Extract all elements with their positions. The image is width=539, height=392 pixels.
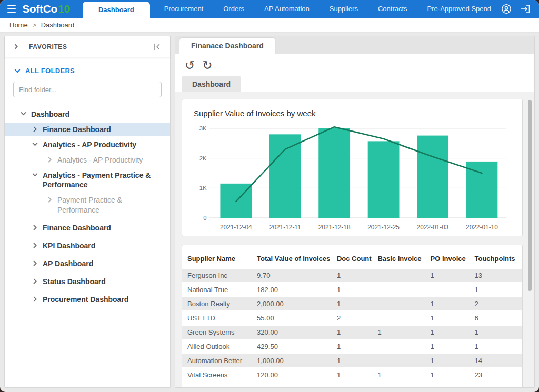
- tree-item-label: Analytics - Payment Practice & Performan…: [43, 170, 166, 190]
- cell: 429.50: [257, 339, 337, 354]
- table-header-row: Supplier NameTotal Value of InvoicesDoc …: [182, 248, 522, 269]
- chevron-right-icon[interactable]: [32, 125, 38, 132]
- tab-dashboard[interactable]: Dashboard: [182, 76, 241, 92]
- nav-tab-procurement[interactable]: Procurement: [154, 0, 213, 18]
- chevron-right-icon[interactable]: [32, 277, 38, 284]
- cell: [431, 283, 475, 297]
- cell: 182.00: [257, 283, 337, 297]
- cell: 1: [431, 297, 475, 311]
- chevron-right-icon[interactable]: [32, 223, 38, 230]
- bar-2021-12-18: [318, 128, 350, 218]
- table-row-boston-realty: Boston Realty2,000.00112: [182, 297, 522, 311]
- cell: 1: [431, 325, 475, 339]
- cell: 1: [431, 269, 475, 283]
- chevron-right-icon[interactable]: [32, 295, 38, 302]
- sub-tabrow: Dashboard: [175, 76, 534, 92]
- bar-2021-12-11: [270, 134, 301, 218]
- cell: 1: [337, 354, 378, 368]
- nav-tab-dashboard[interactable]: Dashboard: [83, 2, 150, 18]
- vertical-scrollbar[interactable]: [528, 100, 532, 291]
- window-tab-finance-dashboard[interactable]: Finanace Dashboard: [179, 38, 275, 54]
- cell: 1: [337, 368, 378, 382]
- nav-tab-suppliers[interactable]: Suppliers: [320, 0, 368, 18]
- collapse-panel-icon[interactable]: [152, 42, 162, 52]
- tree-item-dashboard[interactable]: Dashboard: [5, 108, 170, 121]
- nav-tab-orders[interactable]: Orders: [213, 0, 254, 18]
- breadcrumb-home[interactable]: Home: [9, 21, 28, 29]
- find-folder-input[interactable]: [13, 82, 162, 97]
- chart-title: Supplier Value of Invoices by week: [194, 109, 514, 118]
- table-row-national-true: National True182.0011: [182, 283, 522, 297]
- tree-item-label: Dashboard: [31, 109, 69, 119]
- account-icon[interactable]: [501, 4, 512, 14]
- cell: Allied Outlook: [182, 339, 257, 354]
- nav-tab-ap-automation[interactable]: AP Automation: [254, 0, 320, 18]
- cell: Green Systems: [182, 325, 257, 339]
- favorites-header[interactable]: FAVORITES: [5, 36, 170, 57]
- cell: 6: [475, 311, 522, 325]
- cell: [377, 283, 430, 297]
- all-folders-label: ALL FOLDERS: [25, 67, 75, 75]
- cell: 2: [337, 311, 378, 325]
- logout-icon[interactable]: [520, 4, 531, 14]
- cell: [377, 339, 430, 354]
- tree-item-payment-practice-performance[interactable]: Payment Practice & Performance: [5, 194, 170, 217]
- x-tick-label: 2022-01-03: [417, 224, 449, 231]
- table-body: Ferguson Inc9.701113National True182.001…: [182, 269, 522, 383]
- tree-item-analytics-ap-productivity[interactable]: Analytics - AP Productivity: [5, 138, 170, 152]
- cell: 1: [377, 325, 430, 339]
- tree-item-finance-dashboard[interactable]: Finance Dashboard: [5, 123, 170, 136]
- dashboard-toolbar: ↺ ↻: [175, 54, 534, 76]
- bar-2021-12-25: [368, 141, 400, 218]
- app-logo[interactable]: SoftCo10: [22, 3, 70, 15]
- folder-tree: DashboardFinance DashboardAnalytics - AP…: [5, 108, 170, 306]
- chevron-right-icon[interactable]: [47, 195, 53, 203]
- column-header-doc-count: Doc Count: [337, 248, 378, 269]
- table-row-automation-better: Automation Better1,000.001114: [182, 354, 522, 368]
- cell: 1: [337, 283, 378, 297]
- chevron-down-icon[interactable]: [32, 170, 38, 178]
- cell: [377, 297, 430, 311]
- x-tick-label: 2021-12-11: [270, 224, 301, 231]
- folders-section: ALL FOLDERS DashboardFinance DashboardAn…: [5, 57, 170, 387]
- cell: National True: [182, 283, 257, 297]
- cell: 9.70: [257, 269, 337, 283]
- chevron-down-icon: [14, 68, 21, 74]
- tree-item-status-dashboard[interactable]: Status Dashboard: [5, 275, 170, 288]
- cell: 55.00: [257, 311, 337, 325]
- invoice-chart-card: Supplier Value of Invoices by week 01K2K…: [182, 99, 523, 236]
- hamburger-menu-icon[interactable]: [7, 5, 16, 13]
- chevron-down-icon[interactable]: [32, 140, 38, 147]
- redo-icon[interactable]: ↻: [202, 59, 212, 71]
- table-row-ferguson-inc: Ferguson Inc9.701113: [182, 269, 522, 283]
- tree-item-finance-dashboard[interactable]: Finance Dashboard: [5, 222, 170, 235]
- nav-tab-pre-approved-spend[interactable]: Pre-Approved Spend: [417, 0, 501, 18]
- chevron-right-icon[interactable]: [47, 155, 53, 163]
- chevron-right-icon[interactable]: [13, 44, 19, 49]
- column-header-touchpoints: Touchpoints: [475, 248, 522, 269]
- tree-item-label: Status Dashboard: [43, 277, 106, 287]
- all-folders-toggle[interactable]: ALL FOLDERS: [14, 67, 162, 75]
- sidebar: FAVORITES ALL FOLDERS DashboardFinance D…: [4, 36, 171, 388]
- cell: Vital Screens: [182, 368, 257, 382]
- tree-item-procurement-dashboard[interactable]: Procurement Dashboard: [5, 293, 170, 306]
- table-row-ust-ltd: UST LTD55.00216: [182, 311, 522, 325]
- column-header-po-invoice: PO Invoice: [431, 248, 475, 269]
- tree-item-ap-dashboard[interactable]: AP Dashboard: [5, 257, 170, 270]
- app-body: FAVORITES ALL FOLDERS DashboardFinance D…: [0, 33, 539, 392]
- cell: 14: [475, 354, 522, 368]
- x-tick-label: 2022-01-10: [466, 224, 498, 231]
- tree-item-analytics-ap-productivity[interactable]: Analytics - AP Productivity: [5, 154, 170, 167]
- breadcrumb-separator: >: [33, 22, 36, 29]
- cell: 1: [431, 339, 475, 354]
- tree-item-kpi-dashboard[interactable]: KPI Dashboard: [5, 239, 170, 253]
- cell: 13: [475, 269, 522, 283]
- undo-icon[interactable]: ↺: [185, 59, 195, 71]
- cell: UST LTD: [182, 311, 257, 325]
- nav-tab-contracts[interactable]: Contracts: [368, 0, 417, 18]
- chevron-down-icon[interactable]: [21, 109, 26, 117]
- tree-item-analytics-payment-practice-performance[interactable]: Analytics - Payment Practice & Performan…: [5, 169, 170, 192]
- chevron-right-icon[interactable]: [32, 259, 38, 266]
- breadcrumb-dashboard[interactable]: Dashboard: [41, 21, 75, 29]
- chevron-right-icon[interactable]: [32, 241, 38, 248]
